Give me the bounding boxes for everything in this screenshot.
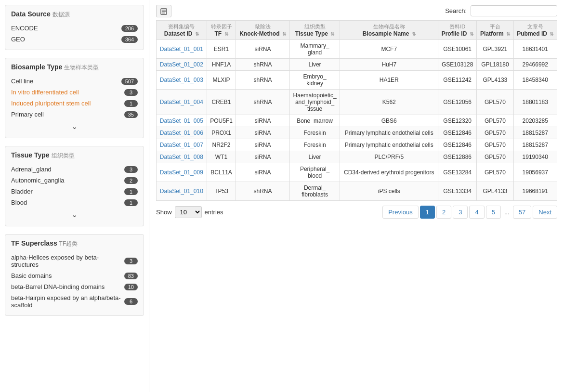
profile-cell: GSE10061 [443,46,472,52]
dataset-id-link[interactable]: DataSet_01_003 [160,77,203,83]
dataset-id-link[interactable]: DataSet_01_005 [160,118,203,124]
platform-cell: GPL18180 [481,61,509,68]
biosample-cell: Primary lymphatic endothelial cells [345,142,433,148]
col-pubmed-id[interactable]: 文章号 Pubmed ID ⇅ [513,20,557,39]
dataset-id-link[interactable]: DataSet_01_004 [160,99,203,105]
prev-button[interactable]: Previous [382,206,419,219]
biosample-cell: HuH7 [381,61,396,68]
entries-label: entries [205,209,223,216]
biosample-cell: PLC/PRF/5 [374,154,404,160]
table-row: DataSet_01_002HNF1AshRNALiverHuH7GSE1031… [157,58,557,70]
dataset-id-link[interactable]: DataSet_01_001 [160,46,203,52]
method-cell: siRNA [255,130,271,136]
show-entries: Show 10 25 50 100 entries [156,206,223,218]
page-4-button[interactable]: 4 [469,206,484,219]
tissue-cell: Liver [309,154,321,160]
filter-basic-domains[interactable]: Basic domains 83 [11,270,138,281]
table-row: DataSet_01_006PROX1siRNAForeskinPrimary … [157,127,557,139]
col-tissue-type[interactable]: 组织类型 Tissue Type ⇅ [289,20,340,39]
platform-cell: GPL570 [485,169,506,176]
profile-cell: GSE12320 [443,118,472,124]
page-3-button[interactable]: 3 [453,206,468,219]
profile-cell: GSE13334 [443,188,472,195]
filter-alpha-helices[interactable]: alpha-Helices exposed by beta-structures… [11,252,138,270]
col-profile-id[interactable]: 资料ID Profile ID ⇅ [438,20,477,39]
table-footer: Show 10 25 50 100 entries Previous 1 2 3… [156,206,557,219]
tf-cell: HNF1A [212,61,231,68]
search-label: Search: [445,7,467,14]
tissue-cell: Dermal_fibroblasts [302,184,328,198]
export-button[interactable] [156,5,171,17]
method-cell: shRNA [254,188,272,195]
tissuetype-section: Tissue Type 组织类型 Adrenal_gland 3 Autonom… [5,146,144,226]
biosample-cell: CD34-derived erythroid progenitors [344,169,434,176]
next-button[interactable]: Next [533,206,557,219]
biosample-cell: iPS cells [378,188,400,195]
pubmed-cell: 18815287 [523,142,548,148]
search-input[interactable] [471,5,557,16]
platform-cell: GPL4133 [483,77,508,83]
col-tf[interactable]: 转录因子 TF ⇅ [207,20,236,39]
method-cell: siRNA [255,154,271,160]
page-1-button[interactable]: 1 [420,206,435,219]
tf-cell: MLXIP [213,77,230,83]
dataset-id-link[interactable]: DataSet_01_007 [160,142,203,148]
biosample-show-more[interactable]: ⌄ [11,120,138,133]
page-5-button[interactable]: 5 [486,206,501,219]
table-row: DataSet_01_010TP53shRNADermal_fibroblast… [157,182,557,200]
page-57-button[interactable]: 57 [513,206,531,219]
filter-beta-barrel[interactable]: beta-Barrel DNA-binding domains 10 [11,281,138,292]
filter-bladder[interactable]: Bladder 1 [11,186,138,197]
tf-cell: CREB1 [212,99,231,105]
col-knock-method[interactable]: 敲除法 Knock-Method ⇅ [236,20,289,39]
filter-primary-cell[interactable]: Primary cell 35 [11,109,138,120]
profile-cell: GSE12056 [443,99,472,105]
biosample-cell: K562 [382,99,396,105]
filter-beta-hairpin[interactable]: beta-Hairpin exposed by an alpha/beta-sc… [11,292,138,311]
filter-invitro[interactable]: In vitro differentiated cell 3 [11,87,138,98]
tissue-cell: Foreskin [304,142,326,148]
dataset-id-link[interactable]: DataSet_01_006 [160,130,203,136]
filter-geo[interactable]: GEO 364 [11,34,138,45]
profile-cell: GSE13284 [443,169,472,176]
filter-ipsc[interactable]: Induced pluripotent stem cell 1 [11,98,138,109]
dataset-id-link[interactable]: DataSet_01_009 [160,169,203,176]
pubmed-cell: 19190340 [523,154,548,160]
col-dataset-id[interactable]: 资料集编号 Dataset ID ⇅ [157,20,207,39]
platform-cell: GPL570 [485,154,506,160]
method-cell: siRNA [255,46,271,52]
pubmed-cell: 19668191 [523,188,548,195]
method-cell: siRNA [255,118,271,124]
profile-cell: GSE12846 [443,130,472,136]
dataset-id-link[interactable]: DataSet_01_010 [160,188,203,195]
search-area: Search: [445,5,557,16]
entries-select[interactable]: 10 25 50 100 [175,206,202,218]
profile-cell: GSE103128 [442,61,473,68]
tf-cell: POU5F1 [210,118,233,124]
data-table: 资料集编号 Dataset ID ⇅ 转录因子 TF ⇅ 敲除法 Knock-M… [156,20,557,201]
tissue-cell: Liver [309,61,321,68]
dataset-id-link[interactable]: DataSet_01_002 [160,61,203,68]
biosample-cell: MCF7 [381,46,397,52]
col-platform[interactable]: 平台 Platform ⇅ [477,20,513,39]
biosample-cell: HA1ER [380,77,399,83]
filter-encode[interactable]: ENCODE 206 [11,23,138,34]
tf-cell: PROX1 [211,130,231,136]
filter-cell-line[interactable]: Cell line 507 [11,76,138,87]
tf-cell: TP53 [214,188,228,195]
col-biosample-name[interactable]: 生物样品名称 Biosample Name ⇅ [340,20,438,39]
dataset-id-link[interactable]: DataSet_01_008 [160,154,203,160]
datasource-section: Data Source 数据源 ENCODE 206 GEO 364 [5,5,144,50]
pubmed-cell: 18458340 [523,77,548,83]
filter-autonomic[interactable]: Autonomic_ganglia 2 [11,175,138,186]
page-2-button[interactable]: 2 [436,206,451,219]
profile-cell: GSE12886 [443,154,472,160]
profile-cell: GSE12846 [443,142,472,148]
method-cell: shRNA [254,61,272,68]
filter-blood[interactable]: Blood 1 [11,197,138,208]
tissuetype-show-more[interactable]: ⌄ [11,208,138,221]
tissue-cell: Foreskin [304,130,326,136]
platform-cell: GPL3921 [483,46,508,52]
filter-adrenal[interactable]: Adrenal_gland 3 [11,164,138,175]
platform-cell: GPL570 [485,118,506,124]
